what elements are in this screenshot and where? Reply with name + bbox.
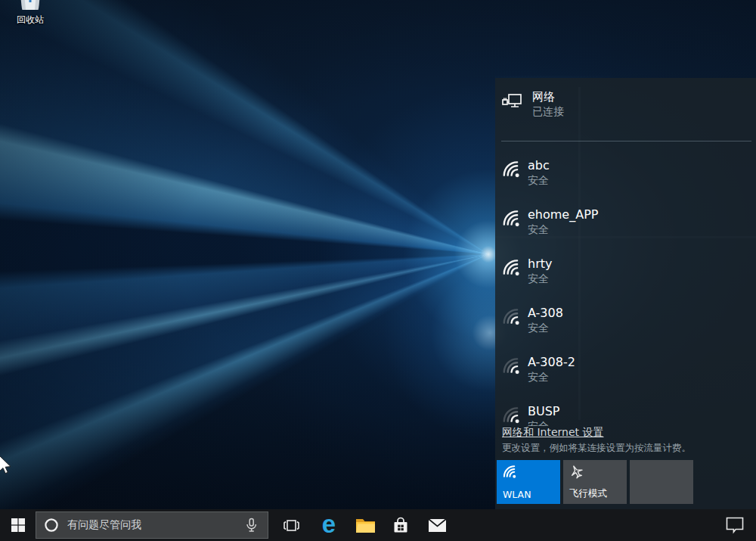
wifi-network-name: abc [528, 157, 550, 173]
quick-actions-row: WLAN 飞行模式 [497, 460, 693, 504]
start-button[interactable] [0, 509, 36, 541]
wifi-network-name: hrty [528, 256, 552, 272]
network-title: 网络 [532, 90, 564, 104]
recycle-bin-label: 回收站 [9, 14, 51, 26]
wifi-signal-icon [501, 405, 521, 424]
wifi-network-security: 安全 [528, 321, 563, 335]
wifi-network-security: 安全 [528, 370, 575, 384]
store-icon[interactable] [383, 509, 418, 541]
notification-bubble-icon [726, 517, 744, 534]
wifi-network-name: ehome_APP [528, 207, 598, 222]
network-settings-hint: 更改设置，例如将某连接设置为按流量计费。 [502, 442, 750, 454]
wifi-network-list: abc 安全 ehome_APP 安全 [495, 144, 756, 426]
wifi-network-security: 安全 [528, 222, 598, 237]
wlan-button-label: WLAN [503, 489, 531, 500]
windows-logo-icon [11, 518, 25, 532]
ethernet-icon [501, 90, 525, 114]
taskbar: 有问题尽管问我 e [0, 509, 756, 541]
connected-network-item[interactable]: 网络 已连接 [501, 90, 564, 119]
network-flyout: 网络 已连接 abc 安全 [495, 78, 756, 509]
microphone-icon[interactable] [243, 518, 259, 533]
airplane-button-label: 飞行模式 [569, 487, 607, 500]
wifi-signal-icon [501, 356, 521, 375]
wifi-network-security: 安全 [528, 173, 550, 188]
cortana-icon [44, 518, 59, 533]
edge-glyph: e [322, 511, 336, 536]
network-settings-link[interactable]: 网络和 Internet 设置 [502, 426, 604, 439]
search-placeholder: 有问题尽管问我 [67, 518, 243, 532]
recycle-bin[interactable]: 回收站 [9, 0, 51, 26]
task-view-button[interactable] [274, 509, 308, 541]
wifi-network-item[interactable]: hrty 安全 [495, 251, 756, 300]
desktop: 回收站 网络 已连接 [0, 0, 756, 541]
wlan-toggle-button[interactable]: WLAN [497, 460, 560, 504]
network-status: 已连接 [532, 104, 564, 119]
folder-icon [355, 517, 376, 534]
store-bag-icon [391, 515, 411, 535]
search-input[interactable]: 有问题尽管问我 [36, 511, 268, 539]
wifi-network-item[interactable]: abc 安全 [495, 153, 756, 202]
wifi-signal-icon [501, 306, 521, 326]
edge-browser-icon[interactable]: e [311, 509, 346, 541]
wifi-network-item[interactable]: A-308 安全 [495, 300, 756, 350]
wifi-signal-icon [501, 257, 521, 277]
wifi-network-security: 安全 [528, 272, 552, 286]
flyout-settings-area: 网络和 Internet 设置 更改设置，例如将某连接设置为按流量计费。 [502, 424, 750, 454]
wifi-icon [502, 464, 517, 479]
airplane-mode-button[interactable]: 飞行模式 [563, 460, 627, 504]
wifi-signal-icon [501, 159, 521, 179]
envelope-icon [428, 518, 447, 533]
wifi-network-name: A-308 [528, 305, 563, 321]
wifi-network-item[interactable]: ehome_APP 安全 [495, 202, 756, 251]
divider [501, 141, 751, 141]
wifi-network-name: BUSP [528, 403, 560, 419]
task-view-icon [283, 518, 300, 533]
wifi-network-item[interactable]: A-308-2 安全 [495, 350, 756, 399]
mail-icon[interactable] [420, 509, 454, 541]
wifi-network-name: A-308-2 [528, 354, 575, 370]
action-center-icon[interactable] [717, 509, 752, 541]
file-explorer-icon[interactable] [348, 509, 383, 541]
wifi-signal-icon [501, 208, 521, 228]
recycle-bin-icon [9, 0, 51, 11]
airplane-icon [569, 464, 585, 480]
wifi-network-item[interactable]: BUSP 安全 [495, 399, 756, 426]
mobile-hotspot-button[interactable] [630, 460, 693, 504]
